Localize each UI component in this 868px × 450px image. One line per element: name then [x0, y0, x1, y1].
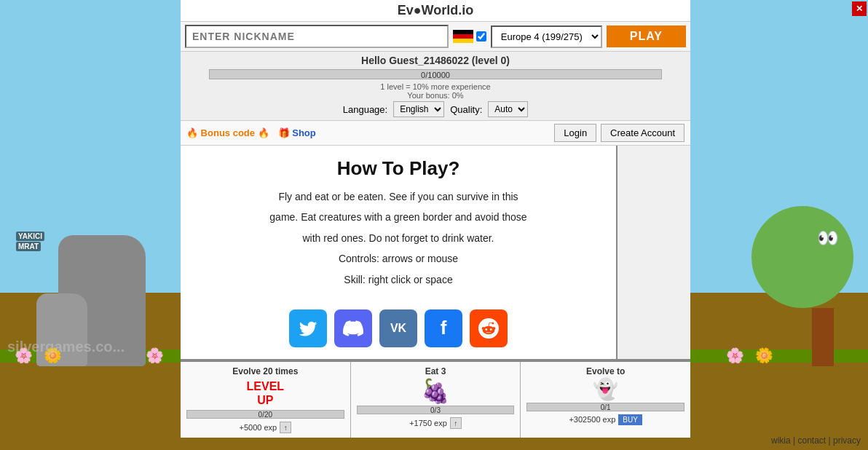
mission-eat-title: Eat 3 [357, 366, 515, 376]
privacy-link[interactable]: privacy [833, 435, 861, 446]
user-name: Hello Guest_21486022 (level 0) [184, 55, 687, 66]
flower-left-3: 🌸 [146, 347, 164, 364]
how-to-play-desc3: with red ones. Do not forget to drink wa… [195, 230, 601, 246]
missions-bar: Evolve 20 times LEVEL UP 0/20 +5000 exp … [181, 360, 690, 438]
player-mrat: MRAT [16, 242, 41, 251]
nickname-input[interactable] [185, 25, 449, 48]
player-yakici: YAKICI [16, 232, 44, 241]
buy-button[interactable]: BUY [618, 414, 642, 425]
xp-level-text: 1 level = 10% more experience [184, 82, 687, 91]
mission-evolve-to-exp-text: +302500 exp [569, 415, 615, 424]
flag-wrapper [453, 30, 486, 43]
shop-link[interactable]: 🎁 Shop [278, 127, 316, 138]
title-bar: Ev●World.io [181, 0, 690, 22]
how-to-play-desc1: Fly and eat or be eaten. See if you can … [195, 189, 601, 205]
level-up-line1: LEVEL [186, 379, 344, 393]
mission-level-up-text: LEVEL UP [186, 379, 344, 407]
bonus-text: Your bonus: 0% [184, 91, 687, 100]
right-panel [618, 146, 690, 359]
xp-bar: 0/10000 [209, 69, 663, 79]
svg-rect-0 [453, 30, 473, 34]
quality-select[interactable]: Auto [488, 101, 528, 117]
mission-eat-exp: +1750 exp ↑ [357, 417, 515, 429]
login-button[interactable]: Login [554, 124, 596, 142]
language-select[interactable]: English [393, 101, 444, 117]
how-to-play-desc2: game. Eat creatures with a green border … [195, 209, 601, 225]
vk-label: VK [390, 322, 406, 335]
flower-right-1: 🌸 [726, 347, 744, 364]
bonus-code-link[interactable]: 🔥 Bonus code 🔥 [186, 127, 269, 138]
mission-evolve-exp: +5000 exp ↑ [186, 422, 344, 433]
mission-evolve-progress-bar: 0/20 [186, 410, 344, 419]
quality-label: Quality: [450, 104, 482, 115]
mission-eat-progress-bar: 0/3 [357, 406, 515, 414]
mission-evolve-to-progress-text: 0/1 [527, 403, 684, 412]
mission-evolve-title: Evolve 20 times [186, 366, 344, 376]
content-area: How To Play? Fly and eat or be eaten. Se… [181, 146, 690, 360]
facebook-label: f [441, 317, 447, 339]
title-pre: Ev [398, 3, 414, 17]
social-icons: VK f [195, 309, 601, 347]
exp-up-icon-1[interactable]: ↑ [280, 422, 291, 433]
watermark: silvergames.co... [7, 339, 125, 355]
mission-evolve-to-exp: +302500 exp BUY [526, 414, 684, 425]
language-label: Language: [343, 104, 387, 115]
svg-rect-2 [453, 39, 473, 43]
how-to-play-panel: How To Play? Fly and eat or be eaten. Se… [181, 146, 618, 359]
level-up-line2: UP [186, 393, 344, 407]
tree-face: 👀 [817, 228, 839, 248]
mission-eat-exp-text: +1750 exp [409, 419, 447, 427]
title-post: World.io [422, 3, 474, 17]
server-select[interactable]: Europe 4 (199/275) [491, 25, 602, 48]
close-button[interactable]: ✕ [852, 1, 867, 16]
vk-icon[interactable]: VK [379, 309, 417, 347]
reddit-icon[interactable] [470, 309, 508, 347]
tree-trunk [812, 308, 834, 366]
mission-evolve: Evolve 20 times LEVEL UP 0/20 +5000 exp … [181, 362, 351, 438]
top-controls: Europe 4 (199/275) PLAY [181, 22, 690, 52]
actions-row: 🔥 Bonus code 🔥 🎁 Shop Login Create Accou… [181, 121, 690, 146]
flag-checkbox[interactable] [476, 31, 486, 42]
main-panel: Ev●World.io Europe 4 (199/275) PLAY Hell… [181, 0, 690, 438]
how-to-play-title: How To Play? [195, 157, 601, 180]
facebook-icon[interactable]: f [425, 309, 462, 347]
exp-up-icon-2[interactable]: ↑ [450, 417, 462, 429]
discord-icon[interactable] [334, 309, 372, 347]
contact-link[interactable]: contact [797, 435, 826, 446]
play-button[interactable]: PLAY [607, 25, 686, 47]
tree-right: 👀 [792, 206, 853, 366]
mission-evolve-exp-text: +5000 exp [239, 423, 277, 432]
user-info: Hello Guest_21486022 (level 0) 0/10000 1… [181, 52, 690, 121]
mission-evolve-progress-text: 0/20 [187, 411, 344, 419]
right-actions: Login Create Account [554, 124, 684, 142]
how-to-play-skill: Skill: right click or space [195, 272, 601, 288]
mission-evolve-to: Evolve to 👻 0/1 +302500 exp BUY [521, 362, 690, 438]
mission-evolve-to-progress-bar: 0/1 [526, 403, 684, 411]
svg-rect-1 [453, 34, 473, 39]
wikia-link[interactable]: wikia [771, 435, 791, 446]
twitter-icon[interactable] [289, 309, 327, 347]
mission-eat: Eat 3 🍇 0/3 +1750 exp ↑ [351, 362, 521, 438]
how-to-play-controls: Controls: arrows or mouse [195, 250, 601, 267]
footer-links: wikia | contact | privacy [771, 435, 861, 446]
flower-right-2: 🌼 [755, 347, 773, 364]
lang-quality-row: Language: English Quality: Auto [184, 101, 687, 117]
mission-ghost: 👻 [526, 379, 684, 400]
left-actions: 🔥 Bonus code 🔥 🎁 Shop [186, 127, 316, 138]
title-eye: ● [414, 3, 422, 17]
flag-de [453, 30, 473, 43]
mission-eat-creature: 🍇 [357, 379, 515, 403]
mission-evolve-to-title: Evolve to [526, 366, 684, 376]
tree-foliage: 👀 [751, 206, 853, 308]
xp-text: 0/10000 [210, 70, 662, 80]
create-account-button[interactable]: Create Account [601, 124, 684, 142]
mission-eat-progress-text: 0/3 [358, 406, 514, 415]
